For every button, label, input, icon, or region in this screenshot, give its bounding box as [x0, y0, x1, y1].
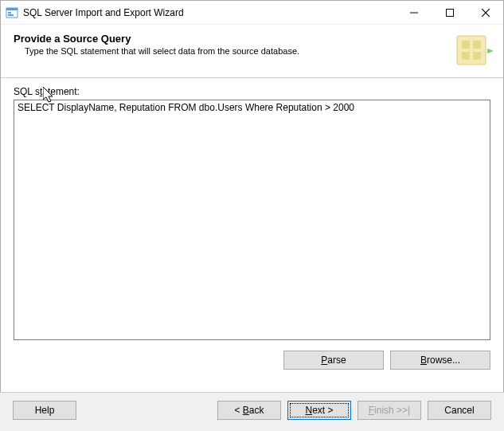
- svg-rect-10: [473, 41, 481, 49]
- wizard-header: Provide a Source Query Type the SQL stat…: [1, 25, 503, 78]
- window-title: SQL Server Import and Export Wizard: [23, 7, 396, 18]
- svg-rect-5: [446, 9, 453, 16]
- help-button[interactable]: Help: [13, 401, 76, 420]
- query-label: SQL statement:: [14, 86, 490, 97]
- svg-rect-11: [462, 52, 470, 60]
- close-button[interactable]: [467, 1, 503, 24]
- titlebar: SQL Server Import and Export Wizard: [1, 1, 503, 25]
- wizard-footer: Help < Back Next > Finish >>| Cancel: [0, 392, 504, 431]
- parse-button[interactable]: Parse: [283, 351, 384, 370]
- maximize-button[interactable]: [432, 1, 467, 24]
- svg-rect-2: [8, 12, 11, 14]
- cancel-button[interactable]: Cancel: [428, 401, 491, 420]
- svg-rect-8: [457, 36, 486, 65]
- svg-rect-3: [8, 14, 14, 16]
- window-controls: [396, 1, 503, 24]
- app-icon: [6, 6, 18, 19]
- finish-button: Finish >>|: [357, 401, 421, 420]
- browse-button[interactable]: Browse...: [390, 351, 490, 370]
- query-input[interactable]: [14, 100, 490, 340]
- page-title: Provide a Source Query: [14, 33, 452, 45]
- next-button[interactable]: Next >: [287, 401, 351, 420]
- svg-rect-9: [462, 41, 470, 49]
- wizard-icon: [452, 33, 490, 68]
- back-button[interactable]: < Back: [217, 401, 281, 420]
- svg-rect-12: [473, 52, 481, 60]
- svg-rect-1: [6, 8, 18, 10]
- content-area: SQL statement: Parse Browse...: [1, 78, 503, 370]
- page-subtitle: Type the SQL statement that will select …: [25, 46, 452, 56]
- minimize-button[interactable]: [396, 1, 432, 24]
